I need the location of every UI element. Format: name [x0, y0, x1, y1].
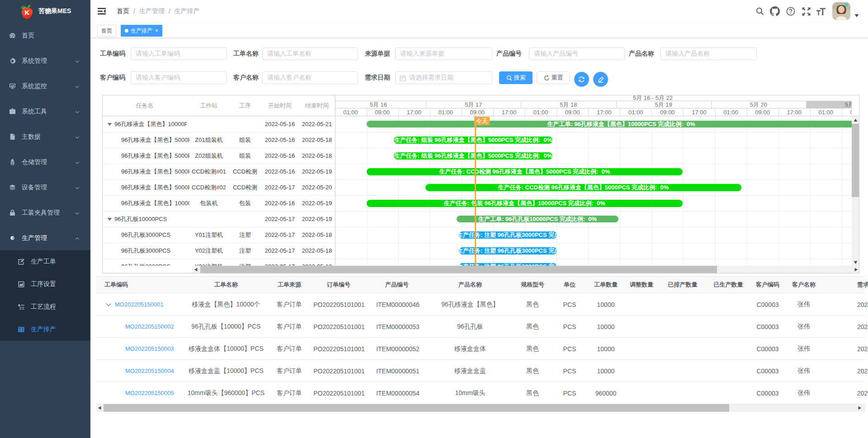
svg-text:K: K [25, 9, 30, 16]
